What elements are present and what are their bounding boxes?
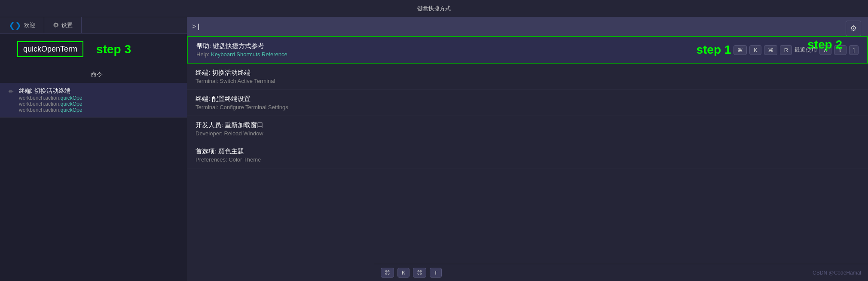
keybinding-value: quickOpenTerm <box>23 45 77 53</box>
command-text-block-1: 终端: 切换活动终端 workbench.action.quickOpe wor… <box>19 87 82 113</box>
command-id-1a: workbench.action.quickOpe <box>19 95 82 101</box>
palette-input[interactable] <box>198 23 863 31</box>
command-id-highlight-1c: quickOpe <box>61 107 83 113</box>
palette-item-cn-1: 帮助: 键盘快捷方式参考 <box>196 42 688 50</box>
palette-item-en-prefix-1: Help: <box>196 51 211 58</box>
palette-results: 帮助: 键盘快捷方式参考 Help: Keyboard Shortcuts Re… <box>187 36 868 168</box>
commands-section: 命令 ✏ 终端: 切换活动终端 workbench.action.quickOp… <box>0 63 193 123</box>
kbd-cmd-2: ⌘ <box>764 45 777 55</box>
vscode-icon: ❮❯ <box>9 21 21 30</box>
title-bar-text: 键盘快捷方式 <box>417 5 451 12</box>
palette-item-cn-4: 开发人员: 重新加载窗口 <box>196 121 859 129</box>
command-id-1b: workbench.action.quickOpe <box>19 101 82 107</box>
step-2-label: step 2 <box>807 38 842 52</box>
palette-item-1[interactable]: 帮助: 键盘快捷方式参考 Help: Keyboard Shortcuts Re… <box>187 36 868 64</box>
palette-item-cn-prefix-1: 帮助: <box>196 42 213 49</box>
bottom-kbd-2: K <box>397 268 410 278</box>
tab-settings-label: 设置 <box>61 21 73 29</box>
palette-item-left-3: 终端: 配置终端设置 Terminal: Configure Terminal … <box>196 95 859 110</box>
palette-item-left-4: 开发人员: 重新加载窗口 Developer: Reload Window <box>196 121 859 137</box>
bottom-credit: CSDN @CodeHamal <box>813 270 861 276</box>
step-3-label: step 3 <box>96 43 131 56</box>
palette-item-cn-main-1: 键盘快捷方式参考 <box>213 42 264 49</box>
command-item-1[interactable]: ✏ 终端: 切换活动终端 workbench.action.quickOpe w… <box>0 83 193 118</box>
bottom-shortcuts: ⌘ K ⌘ T <box>381 268 442 278</box>
command-id-1c: workbench.action.quickOpe <box>19 107 82 113</box>
arrow-bracket-btn[interactable]: ] <box>849 45 859 55</box>
command-id-highlight-1a: quickOpe <box>61 95 83 101</box>
bottom-bar: ⌘ K ⌘ T CSDN @CodeHamal <box>374 264 868 281</box>
kbd-k-1: K <box>749 45 761 55</box>
palette-item-en-5: Preferences: Color Theme <box>196 156 859 163</box>
title-bar: 键盘快捷方式 <box>0 0 868 17</box>
palette-item-en-2: Terminal: Switch Active Terminal <box>196 78 859 84</box>
command-title-cn-1: 终端: 切换活动终端 <box>19 87 82 95</box>
palette-item-en-1: Help: Keyboard Shortcuts Reference <box>196 51 688 58</box>
keybinding-row: quickOpenTerm step 3 <box>0 34 193 63</box>
command-id-prefix-1a: workbench.action. <box>19 95 61 101</box>
left-sidebar: quickOpenTerm step 3 命令 ✏ 终端: 切换活动终端 wor… <box>0 34 193 281</box>
bottom-kbd-3: ⌘ <box>413 268 426 278</box>
palette-item-cn-2: 终端: 切换活动终端 <box>196 69 859 77</box>
palette-item-en-4: Developer: Reload Window <box>196 130 859 137</box>
tab-welcome-label: 欢迎 <box>24 21 35 29</box>
bottom-kbd-4: T <box>430 268 442 278</box>
bottom-kbd-1: ⌘ <box>381 268 394 278</box>
command-id-prefix-1b: workbench.action. <box>19 101 61 107</box>
tab-welcome[interactable]: ❮❯ 欢迎 <box>0 17 44 33</box>
commands-label: 命令 <box>0 67 193 82</box>
command-id-prefix-1c: workbench.action. <box>19 107 61 113</box>
gear-icon: ⚙ <box>850 24 857 33</box>
palette-item-cn-5: 首选项: 颜色主题 <box>196 147 859 156</box>
palette-item-left-2: 终端: 切换活动终端 Terminal: Switch Active Termi… <box>196 69 859 84</box>
command-palette: > step 2 帮助: 键盘快捷方式参考 Help: Keyboard Sho… <box>187 17 868 281</box>
palette-item-en-3: Terminal: Configure Terminal Settings <box>196 104 859 110</box>
palette-cursor: > <box>192 23 196 31</box>
palette-input-row: > <box>187 17 868 36</box>
palette-item-cn-3: 终端: 配置终端设置 <box>196 95 859 103</box>
kbd-r-1: R <box>780 45 792 55</box>
gear-icon-button[interactable]: ⚙ <box>846 21 861 36</box>
step-1-label: step 1 <box>696 43 731 57</box>
palette-item-en-highlight-1: Keyboard Shortcuts Reference <box>211 51 287 58</box>
tab-settings[interactable]: ⚙ 设置 <box>44 17 82 33</box>
palette-item-left-5: 首选项: 颜色主题 Preferences: Color Theme <box>196 147 859 163</box>
palette-item-2[interactable]: 终端: 切换活动终端 Terminal: Switch Active Termi… <box>187 64 868 90</box>
edit-icon: ✏ <box>9 88 14 95</box>
palette-item-left-1: 帮助: 键盘快捷方式参考 Help: Keyboard Shortcuts Re… <box>196 42 688 58</box>
command-id-highlight-1b: quickOpe <box>61 101 83 107</box>
keybinding-input-box[interactable]: quickOpenTerm <box>17 41 83 57</box>
sliders-icon: ⚙ <box>53 21 59 29</box>
palette-item-3[interactable]: 终端: 配置终端设置 Terminal: Configure Terminal … <box>187 90 868 116</box>
palette-item-4[interactable]: 开发人员: 重新加载窗口 Developer: Reload Window <box>187 116 868 142</box>
palette-item-5[interactable]: 首选项: 颜色主题 Preferences: Color Theme <box>187 142 868 168</box>
kbd-cmd-1: ⌘ <box>734 45 747 55</box>
